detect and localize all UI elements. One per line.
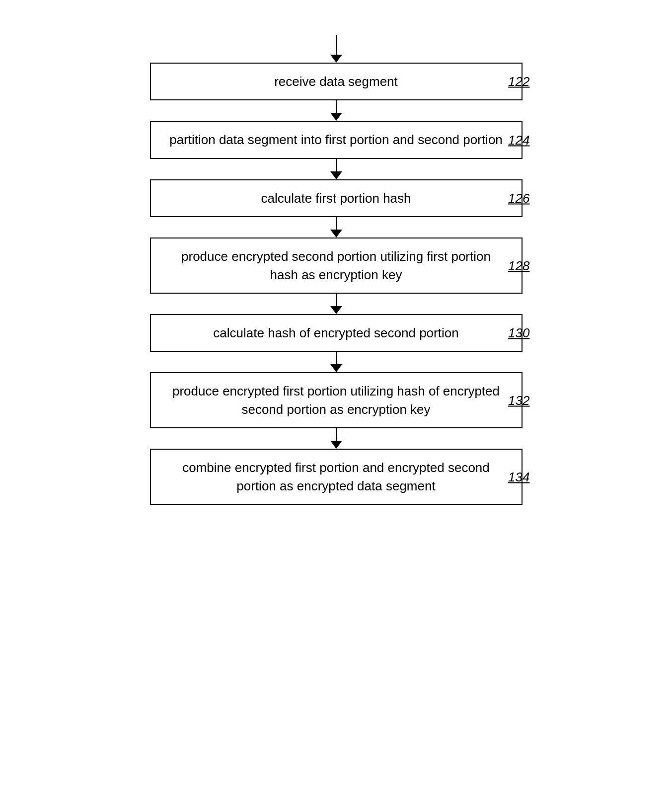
step-row-124: partition data segment into first portio… — [113, 121, 560, 159]
initial-arrow-line — [336, 35, 337, 55]
step-label-126: 126 — [508, 190, 529, 206]
step-text-130: calculate hash of encrypted second porti… — [213, 324, 458, 342]
arrowhead-3 — [330, 230, 342, 238]
step-text-134: combine encrypted first portion and encr… — [166, 459, 507, 495]
step-row-134: combine encrypted first portion and encr… — [113, 449, 560, 505]
step-box-124: partition data segment into first portio… — [150, 121, 523, 159]
connector-4 — [330, 294, 342, 314]
step-row-128: produce encrypted second portion utilizi… — [113, 238, 560, 294]
step-row-122: receive data segment 122 — [113, 63, 560, 100]
step-label-124: 124 — [508, 132, 529, 148]
initial-arrow — [330, 35, 342, 63]
arrow-line-2 — [336, 159, 337, 171]
step-text-128: produce encrypted second portion utilizi… — [166, 247, 507, 284]
arrowhead-1 — [330, 113, 342, 121]
step-row-130: calculate hash of encrypted second porti… — [113, 314, 560, 352]
step-text-126: calculate first portion hash — [261, 189, 411, 207]
step-row-132: produce encrypted first portion utilizin… — [113, 372, 560, 428]
step-box-122: receive data segment — [150, 63, 523, 100]
connector-2 — [330, 159, 342, 179]
arrow-line-4 — [336, 294, 337, 306]
step-box-130: calculate hash of encrypted second porti… — [150, 314, 523, 352]
arrow-line-6 — [336, 428, 337, 441]
step-label-122: 122 — [508, 74, 529, 89]
step-text-132: produce encrypted first portion utilizin… — [166, 382, 507, 418]
initial-arrowhead — [330, 55, 342, 63]
step-box-134: combine encrypted first portion and encr… — [150, 449, 523, 505]
arrow-line-3 — [336, 217, 337, 230]
arrowhead-4 — [330, 306, 342, 314]
step-label-130: 130 — [508, 325, 529, 341]
connector-1 — [330, 100, 342, 121]
arrowhead-2 — [330, 171, 342, 179]
step-label-134: 134 — [508, 469, 529, 484]
step-row-126: calculate first portion hash 126 — [113, 179, 560, 217]
arrow-line-1 — [336, 100, 337, 113]
step-box-132: produce encrypted first portion utilizin… — [150, 372, 523, 428]
arrow-line-5 — [336, 352, 337, 364]
connector-5 — [330, 352, 342, 372]
connector-6 — [330, 428, 342, 449]
step-box-126: calculate first portion hash — [150, 179, 523, 217]
connector-3 — [330, 217, 342, 238]
step-text-122: receive data segment — [274, 73, 398, 90]
arrowhead-6 — [330, 441, 342, 449]
flowchart: receive data segment 122 partition data … — [113, 35, 560, 505]
step-text-124: partition data segment into first portio… — [169, 131, 503, 149]
step-box-128: produce encrypted second portion utilizi… — [150, 238, 523, 294]
arrowhead-5 — [330, 364, 342, 372]
step-label-128: 128 — [508, 258, 529, 273]
step-label-132: 132 — [508, 393, 529, 408]
